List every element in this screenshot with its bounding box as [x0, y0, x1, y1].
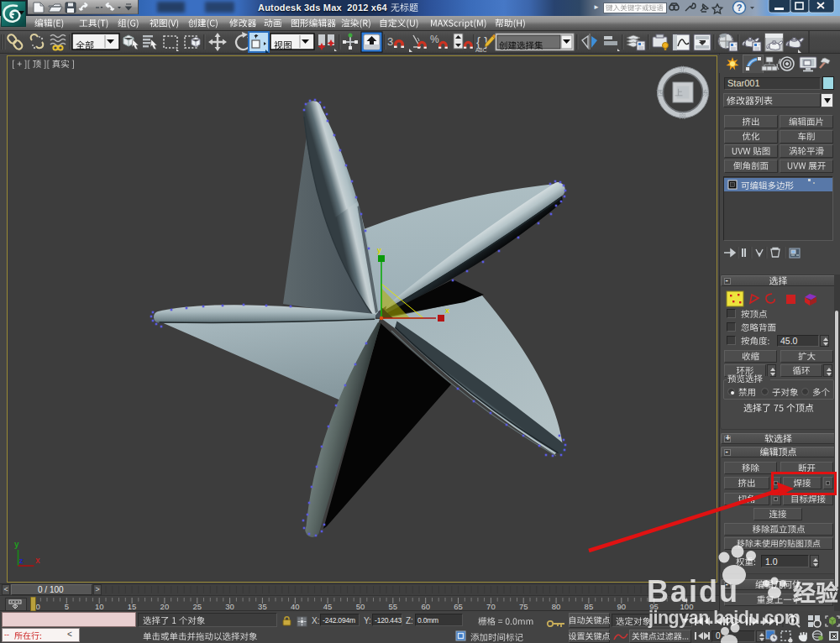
svg-text:10: 10: [95, 602, 104, 611]
svg-text:75: 75: [519, 602, 528, 611]
svg-text:?: ?: [737, 3, 743, 13]
svg-text:25: 25: [193, 602, 202, 611]
svg-text:50: 50: [356, 602, 365, 611]
svg-text:30: 30: [225, 602, 234, 611]
svg-text:95: 95: [649, 602, 659, 611]
svg-text:15: 15: [128, 602, 137, 611]
svg-text:65: 65: [454, 602, 463, 611]
svg-text:80: 80: [552, 602, 561, 611]
svg-text:70: 70: [486, 602, 496, 611]
svg-text:55: 55: [389, 602, 398, 611]
svg-text:45: 45: [323, 602, 333, 611]
svg-text:40: 40: [291, 602, 300, 611]
svg-text:100: 100: [680, 602, 694, 611]
svg-text:3: 3: [387, 35, 393, 48]
svg-text:20: 20: [160, 602, 170, 611]
svg-text:y: y: [377, 246, 381, 254]
svg-text:%: %: [430, 34, 439, 45]
svg-text:85: 85: [585, 602, 594, 611]
svg-text:x: x: [445, 306, 449, 315]
svg-text:0: 0: [36, 602, 40, 611]
svg-text:5: 5: [65, 602, 69, 611]
svg-text:90: 90: [617, 602, 627, 611]
svg-text:ABC: ABC: [475, 47, 487, 53]
svg-text:60: 60: [421, 602, 430, 611]
svg-text:35: 35: [258, 602, 267, 611]
